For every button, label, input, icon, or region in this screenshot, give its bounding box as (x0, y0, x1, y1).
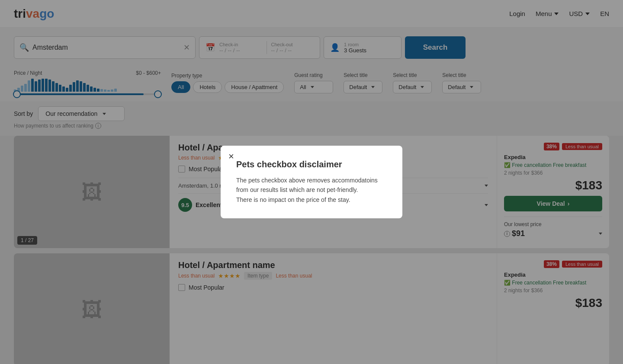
pets-disclaimer-modal: × Pets checkbox disclaimer The pets chec… (221, 146, 402, 218)
modal-overlay[interactable]: × Pets checkbox disclaimer The pets chec… (0, 0, 623, 364)
modal-close-button[interactable]: × (228, 152, 234, 161)
modal-title: Pets checkbox disclaimer (236, 160, 387, 169)
modal-body: The pets checkbox above removes accommod… (236, 176, 387, 204)
